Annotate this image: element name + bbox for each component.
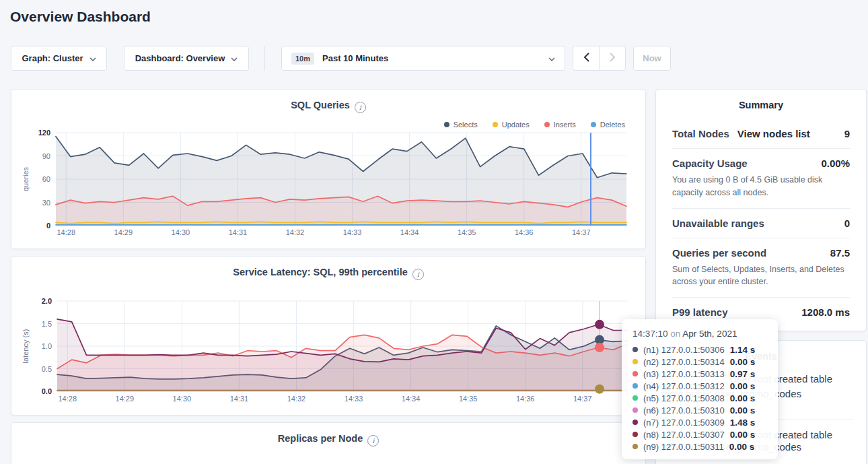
time-range-dropdown[interactable]: 10m Past 10 Minutes <box>281 46 565 71</box>
tooltip-row: (n2) 127.0.0.1:503140.00 s <box>631 356 768 368</box>
tooltip-row: (n8) 127.0.0.1:503070.00 s <box>631 428 768 440</box>
summary-row-capacity-usage: Capacity Usage 0.00% You are using 0 B o… <box>672 149 850 209</box>
chevron-right-icon <box>610 53 616 64</box>
svg-text:14:34: 14:34 <box>400 228 419 236</box>
summary-panel: Summary Total Nodes View nodes list 9 Ca… <box>655 89 867 331</box>
chevron-down-icon <box>231 53 238 63</box>
svg-text:0: 0 <box>46 222 50 230</box>
svg-text:14:36: 14:36 <box>516 395 535 403</box>
summary-row-queries-per-second: Queries per second 87.5 Sum of Selects, … <box>672 238 850 298</box>
dashboard-dropdown-label: Dashboard: Overview <box>135 53 225 63</box>
tooltip-row: (n7) 127.0.0.1:503091.48 s <box>631 416 768 428</box>
series-dot-icon <box>632 407 638 413</box>
page-title: Overview Dashboard <box>10 9 151 25</box>
summary-value: 87.5 <box>830 247 850 259</box>
tooltip-row: (n5) 127.0.0.1:503080.00 s <box>631 392 768 404</box>
summary-label: Total Nodes <box>672 128 729 139</box>
svg-text:14:29: 14:29 <box>116 395 135 403</box>
chevron-down-icon <box>548 53 555 63</box>
svg-text:14:29: 14:29 <box>114 228 133 236</box>
tooltip-separator: on <box>668 329 683 339</box>
chart-title: Replicas per Nodei <box>11 433 645 446</box>
now-button[interactable]: Now <box>633 46 671 71</box>
svg-text:14:33: 14:33 <box>343 228 362 236</box>
summary-value: 9 <box>844 128 850 139</box>
svg-text:0.0: 0.0 <box>42 387 52 395</box>
summary-subtitle: Sum of Selects, Updates, Inserts, and De… <box>672 263 850 289</box>
svg-text:14:28: 14:28 <box>58 395 77 403</box>
info-icon[interactable]: i <box>367 435 379 446</box>
summary-label: Queries per second <box>672 247 766 259</box>
svg-text:14:32: 14:32 <box>287 395 306 403</box>
series-dot-icon <box>632 383 638 389</box>
tooltip-row: (n4) 127.0.0.1:503120.00 s <box>631 380 768 392</box>
time-prev-button[interactable] <box>573 46 600 71</box>
svg-text:14:30: 14:30 <box>173 395 192 403</box>
svg-text:14:28: 14:28 <box>57 228 75 236</box>
service-latency-card: Service Latency: SQL, 99th percentilei l… <box>11 256 646 416</box>
chevron-down-icon <box>89 53 96 63</box>
series-dot-icon <box>632 395 638 401</box>
svg-text:60: 60 <box>42 175 50 183</box>
summary-label: Capacity Usage <box>672 158 748 169</box>
series-dot-icon <box>632 347 638 352</box>
summary-value: 0.00% <box>821 158 850 169</box>
svg-text:2.0: 2.0 <box>42 297 52 305</box>
svg-text:14:37: 14:37 <box>572 228 591 236</box>
svg-text:1.5: 1.5 <box>42 320 52 328</box>
summary-value: 0 <box>844 218 850 229</box>
view-nodes-list-link[interactable]: View nodes list <box>737 128 810 139</box>
tooltip-row: (n1) 127.0.0.1:503061.14 s <box>631 343 768 356</box>
series-dot-icon <box>632 359 638 364</box>
summary-heading: Summary <box>656 100 866 110</box>
series-dot-icon <box>632 371 638 376</box>
svg-text:14:33: 14:33 <box>345 395 363 403</box>
svg-text:14:35: 14:35 <box>459 395 478 403</box>
tooltip-row: (n3) 127.0.0.1:503130.97 s <box>631 368 768 380</box>
svg-text:14:31: 14:31 <box>229 228 248 236</box>
summary-row-total-nodes: Total Nodes View nodes list 9 <box>672 119 850 149</box>
series-dot-icon <box>632 444 638 449</box>
svg-text:14:36: 14:36 <box>515 228 534 236</box>
tooltip-time: 14:37:10 <box>632 329 668 339</box>
graph-dropdown-label: Graph: Cluster <box>22 53 83 63</box>
svg-text:14:31: 14:31 <box>230 395 249 403</box>
svg-text:14:30: 14:30 <box>172 228 190 236</box>
series-dot-icon <box>632 420 638 425</box>
tooltip-row: (n9) 127.0.0.1:503110.00 s <box>631 440 768 453</box>
summary-value: 1208.0 ms <box>801 306 850 318</box>
tooltip-header: 14:37:10 on Apr 5th, 2021 <box>632 329 768 339</box>
svg-text:14:35: 14:35 <box>458 228 476 236</box>
dashboard-dropdown[interactable]: Dashboard: Overview <box>124 46 249 71</box>
service-latency-plot[interactable]: 14:2814:2914:3014:3114:3214:3314:3414:35… <box>11 257 647 416</box>
sql-queries-card: SQL Queriesi Selects Updates Inserts Del… <box>11 89 646 249</box>
chevron-left-icon <box>583 53 589 64</box>
summary-label: Unavailable ranges <box>672 218 764 229</box>
svg-text:90: 90 <box>42 152 50 160</box>
svg-text:0.5: 0.5 <box>42 365 52 373</box>
svg-text:120: 120 <box>38 129 50 137</box>
time-range-label: Past 10 Minutes <box>322 53 388 63</box>
svg-text:14:37: 14:37 <box>573 395 592 403</box>
svg-text:14:34: 14:34 <box>402 395 421 403</box>
tooltip-date: Apr 5th, 2021 <box>682 329 737 339</box>
summary-label: P99 latency <box>672 306 728 318</box>
svg-text:30: 30 <box>42 199 50 207</box>
replicas-per-node-card: Replicas per Nodei <box>11 422 646 464</box>
time-next-button[interactable] <box>599 46 626 71</box>
controls-divider <box>264 46 265 71</box>
svg-text:1.0: 1.0 <box>42 342 52 350</box>
summary-subtitle: You are using 0 B of 4.5 GiB usable disk… <box>672 174 850 199</box>
graph-dropdown[interactable]: Graph: Cluster <box>11 46 107 71</box>
tooltip-row: (n6) 127.0.0.1:503100.00 s <box>631 404 768 416</box>
chart-hover-tooltip: 14:37:10 on Apr 5th, 2021 (n1) 127.0.0.1… <box>622 319 778 459</box>
svg-text:14:32: 14:32 <box>286 228 305 236</box>
chart-title-text: Replicas per Node <box>278 433 363 444</box>
time-range-badge: 10m <box>291 53 314 65</box>
series-dot-icon <box>632 432 638 437</box>
sql-queries-plot[interactable]: 14:2814:2914:3014:3114:3214:3314:3414:35… <box>11 90 647 250</box>
summary-row-unavailable-ranges: Unavailable ranges 0 <box>672 209 850 238</box>
